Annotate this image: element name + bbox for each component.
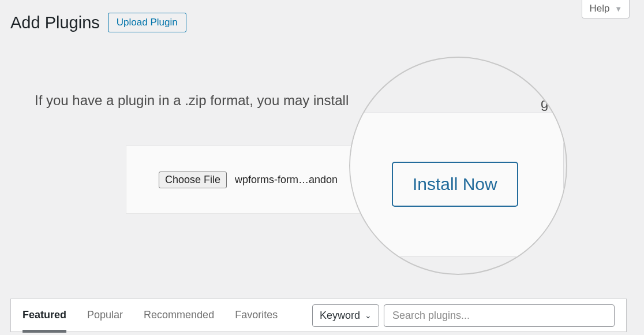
upload-plugin-button[interactable]: Upload Plugin [108, 13, 186, 32]
tab-featured[interactable]: Featured [23, 309, 66, 322]
tab-popular[interactable]: Popular [87, 309, 123, 322]
page-header: Add Plugins Upload Plugin [10, 13, 186, 32]
filter-tabs: Featured Popular Recommended Favorites [23, 309, 278, 322]
zoom-highlight: g it here. Install Now [349, 57, 567, 275]
upload-instruction-fragment: g it here. [541, 95, 567, 111]
search-type-label: Keyword [320, 310, 360, 322]
help-label: Help [589, 3, 609, 14]
help-tab[interactable]: Help ▼ [582, 0, 630, 18]
install-now-button[interactable]: Install Now [392, 162, 518, 207]
upload-instruction: If you have a plugin in a .zip format, y… [35, 92, 349, 109]
search-type-select[interactable]: Keyword ⌄ [312, 304, 379, 327]
chevron-down-icon: ▼ [615, 5, 622, 13]
page-title: Add Plugins [10, 13, 100, 32]
choose-file-button[interactable]: Choose File [159, 172, 227, 188]
search-input[interactable] [384, 304, 615, 327]
tab-recommended[interactable]: Recommended [144, 309, 214, 322]
chevron-down-icon: ⌄ [365, 311, 372, 320]
tab-favorites[interactable]: Favorites [235, 309, 278, 322]
selected-file-name: wpforms-form…andon [235, 174, 338, 186]
filter-bar: Featured Popular Recommended Favorites K… [10, 299, 627, 332]
